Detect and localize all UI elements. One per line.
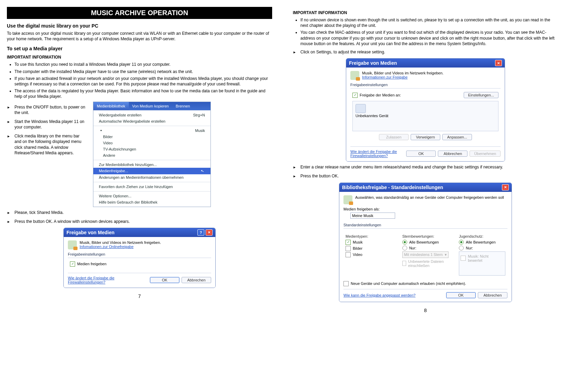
menu-item-accel: Strg+N xyxy=(193,113,205,117)
menu-item[interactable]: Hilfe beim Gebrauch der Bibliothek xyxy=(93,199,210,205)
media-icon xyxy=(350,71,359,80)
chevron-down-icon: ▾ xyxy=(445,252,447,257)
wmp-menu-screenshot: Medienbibliothek Von Medium kopieren Bre… xyxy=(93,102,211,207)
menu-item[interactable]: Änderungen an Medieninformationen überne… xyxy=(93,174,210,180)
checkbox-label: Neue Geräte und Computer automatisch erl… xyxy=(351,281,466,286)
library-name-input[interactable]: Meine Musik xyxy=(350,213,395,219)
wmp-tab[interactable]: Brennen xyxy=(172,102,194,110)
menu-item-label: Medienfreigabe... xyxy=(99,169,128,173)
device-list[interactable]: Unbekanntes Gerät xyxy=(352,101,498,131)
opt-label: Alle Bewertungen xyxy=(409,240,439,244)
apply-button[interactable]: Übernehmen xyxy=(470,151,501,157)
parental-listbox[interactable]: Musik: Nicht bewertet xyxy=(459,251,505,276)
ok-button[interactable]: OK xyxy=(150,277,179,283)
menu-item[interactable]: Automatische Wiedergabeliste erstellen xyxy=(93,118,210,124)
dialog-standardeinstellungen: Bibliotheksfreigabe - Standardeinstellun… xyxy=(339,183,512,302)
dialog-link[interactable]: Infomationen zur Onlinefreigabe xyxy=(80,245,161,249)
dialog-desc: Auswählen, was standardmäßig an neue Ger… xyxy=(355,195,504,199)
dialog-title: Freigabe von Medien xyxy=(349,60,397,66)
checkbox-freigabe-an[interactable]: ✓ xyxy=(352,93,358,98)
media-icon xyxy=(343,195,352,204)
customize-link[interactable]: Wie kann die Freigabe angepasst werden? xyxy=(343,293,415,297)
steps-list-right-1: Click on Settings, to adjust the release… xyxy=(293,49,558,55)
menu-item[interactable]: Video xyxy=(93,140,210,146)
menu-item-label: Automatische Wiedergabeliste erstellen xyxy=(99,119,165,123)
menu-item-selected[interactable]: Medienfreigabe... ↖ xyxy=(93,168,210,174)
dialog-title: Freigabe von Medien xyxy=(66,230,114,235)
settings-button[interactable]: Einstellungen... xyxy=(464,92,498,98)
group-label: Standardeinstellungen xyxy=(343,223,507,227)
section-banner: MUSIC ARCHIVE OPERATION xyxy=(7,7,272,19)
col-heading: Medientypen: xyxy=(346,234,392,238)
checkbox-label: Medien freigeben xyxy=(77,262,106,266)
ok-button[interactable]: OK xyxy=(406,151,436,157)
ok-button[interactable]: OK xyxy=(446,292,476,298)
radio-only-parental[interactable] xyxy=(459,246,464,250)
menu-item[interactable]: TV-Aufzeichnungen xyxy=(93,146,210,152)
step-item: Press the button OK. xyxy=(293,173,558,179)
close-icon[interactable]: ✕ xyxy=(206,229,213,236)
dialog-desc: Musik, Bilder und Videos im Netzwerk fre… xyxy=(362,71,443,75)
dialog-link[interactable]: Informationen zur Freigabe xyxy=(362,75,443,79)
menu-item[interactable]: Weitere Optionen... xyxy=(93,193,210,199)
col-heading: Sternbewertungen: xyxy=(402,234,449,238)
select-value: Mit mindestens 1 Stern xyxy=(404,252,443,257)
close-icon[interactable]: ✕ xyxy=(502,184,509,190)
firewall-link[interactable]: Wie ändert die Freigabe die Firewalleins… xyxy=(350,149,402,158)
checkbox-bilder[interactable] xyxy=(346,246,351,251)
info-item: The computer with the installed Media pl… xyxy=(14,69,272,74)
menu-item[interactable]: Wiedergabeliste erstellen Strg+N xyxy=(93,112,210,118)
help-icon[interactable]: ? xyxy=(197,229,204,236)
radio-only[interactable] xyxy=(402,246,407,250)
wmp-tab[interactable]: Medienbibliothek xyxy=(93,102,129,110)
checkbox-video[interactable] xyxy=(346,252,351,257)
important-info-list: To use this function you need to install… xyxy=(7,62,272,99)
info-item: To use this function you need to install… xyxy=(14,62,272,67)
menu-item[interactable]: Favoriten durch Ziehen zur Liste hinzufü… xyxy=(93,184,210,190)
dialog-freigabe-2: Freigabe von Medien ✕ Musik, Bilder und … xyxy=(346,58,505,162)
opt-label: Nur: xyxy=(409,246,416,250)
step-item: Press the ON/OFF button, to power on the… xyxy=(7,104,86,115)
deny-button[interactable]: Verweigern xyxy=(411,134,440,140)
menu-item[interactable]: Bilder xyxy=(93,134,210,140)
menu-item[interactable]: Zur Medienbibliothek hinzufügen... xyxy=(93,162,210,168)
label-freigeben-als: Medien freigeben als: xyxy=(343,207,507,211)
col-heading: Jugendschutz: xyxy=(459,234,505,238)
radio-all-ratings-parental[interactable] xyxy=(459,240,464,245)
checkbox-medien-freigeben[interactable]: ✓ xyxy=(70,261,75,267)
important-info-list: If no unknown device is shown even thoug… xyxy=(293,17,558,47)
info-item: You can check the MAC-address of your un… xyxy=(300,30,558,47)
info-item: If you have an activated firewall in you… xyxy=(14,76,272,87)
step-item: Please, tick Shared Media. xyxy=(7,210,272,215)
close-icon[interactable]: ✕ xyxy=(495,60,502,66)
group-label: Freigabeeinstellungen xyxy=(68,252,211,256)
heading-setup-mediaplayer: To set up a Media player xyxy=(7,46,272,51)
checkbox-auto-allow[interactable] xyxy=(343,281,349,286)
opt-label: Unbewertete Dateien einschließen xyxy=(408,259,449,268)
allow-button[interactable]: Zulassen xyxy=(379,134,409,140)
menu-item[interactable]: Musik xyxy=(93,127,210,134)
cancel-button[interactable]: Abbrechen xyxy=(182,277,211,283)
menu-item[interactable]: Andere xyxy=(93,152,210,158)
menu-item-label: Wiedergabeliste erstellen xyxy=(99,113,142,117)
intro-paragraph: To take access on your digital music lib… xyxy=(7,31,272,42)
opt-label: Video xyxy=(353,252,362,257)
cancel-button[interactable]: Abbrechen xyxy=(438,151,467,157)
rating-select[interactable]: Mit mindestens 1 Stern ▾ xyxy=(402,251,449,258)
checkbox-unrated[interactable] xyxy=(402,261,406,266)
radio-all-ratings[interactable] xyxy=(402,240,407,245)
info-item: The access of the data is regulated by y… xyxy=(14,88,272,99)
checkbox-list-item xyxy=(461,256,466,261)
checkbox-musik[interactable]: ✓ xyxy=(346,240,351,245)
customize-button[interactable]: Anpassen... xyxy=(442,134,472,140)
cancel-button[interactable]: Abbrechen xyxy=(478,292,507,298)
page-number: 8 xyxy=(293,308,558,313)
steps-list-right-2: Enter a clear release name under menu it… xyxy=(293,164,558,179)
wmp-tab[interactable]: Von Medium kopieren xyxy=(129,102,172,110)
firewall-link[interactable]: Wie ändert die Freigabe die Firewalleins… xyxy=(68,276,146,284)
dialog-freigabe-1: Freigabe von Medien ? ✕ Musik, Bilder un… xyxy=(63,228,216,288)
steps-list-left-1: Press the ON/OFF button, to power on the… xyxy=(7,104,86,159)
step-item: Click on Settings, to adjust the release… xyxy=(293,49,558,55)
steps-list-left-2: Please, tick Shared Media. Press the but… xyxy=(7,210,272,224)
device-icon xyxy=(356,104,366,113)
